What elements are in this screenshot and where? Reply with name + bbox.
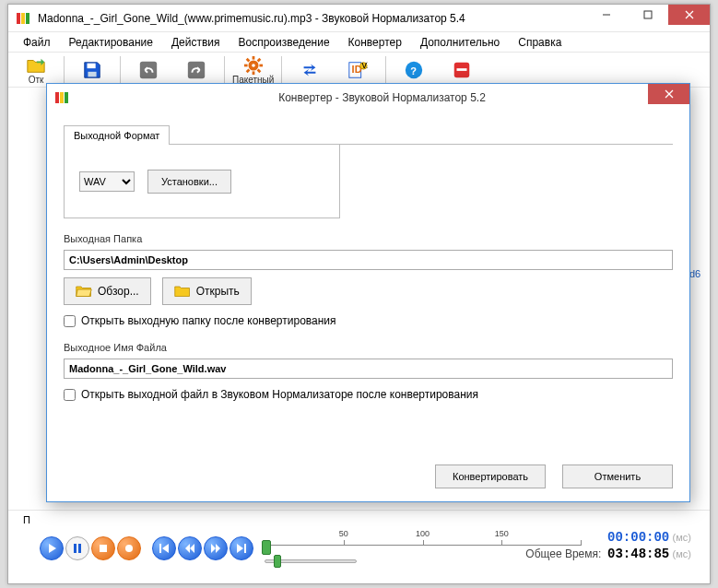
- browse-button[interactable]: Обзор...: [64, 277, 151, 305]
- rewind-button[interactable]: [178, 536, 202, 560]
- tb-undo[interactable]: [124, 53, 172, 87]
- separator: [385, 56, 386, 84]
- svg-rect-7: [88, 63, 96, 68]
- separator: [224, 56, 225, 84]
- open-file-after-checkbox[interactable]: [64, 389, 76, 401]
- menu-file[interactable]: Файл: [14, 33, 60, 52]
- svg-rect-33: [159, 544, 161, 553]
- maximize-button[interactable]: [627, 5, 668, 25]
- skip-end-button[interactable]: [230, 536, 253, 560]
- batch-gear-icon: [243, 55, 264, 76]
- tab-output-format[interactable]: Выходной Формат: [64, 125, 170, 145]
- svg-rect-34: [244, 544, 246, 553]
- stop-button[interactable]: [91, 536, 115, 560]
- svg-rect-0: [17, 13, 20, 24]
- redo-icon: [186, 60, 206, 80]
- open-file-after-check[interactable]: Открыть выходной файл в Звуковом Нормали…: [64, 388, 673, 401]
- svg-text:?: ?: [411, 65, 418, 76]
- svg-rect-28: [457, 68, 467, 71]
- skip-start-button[interactable]: [152, 536, 176, 560]
- main-titlebar[interactable]: Madonna_-_Girl_Gone_Wild_(www.primemusic…: [8, 5, 710, 32]
- svg-rect-8: [88, 71, 96, 76]
- open-folder-after-check[interactable]: Открыть выходную папку после конвертиров…: [64, 314, 673, 327]
- tb-id3[interactable]: IDv2: [334, 53, 382, 87]
- app-icon: [54, 90, 69, 105]
- tb-convert[interactable]: [286, 53, 334, 87]
- convert-icon: [300, 60, 320, 80]
- time-readout: 00:00:00 (мс) Общее Время: 03:48:85 (мс): [525, 529, 691, 562]
- menu-playback[interactable]: Воспроизведение: [230, 33, 339, 52]
- svg-rect-35: [55, 92, 59, 103]
- ruler-tick-150: 150: [495, 529, 509, 538]
- output-folder-input[interactable]: [64, 250, 673, 270]
- total-time: 03:48:85: [607, 547, 669, 561]
- svg-rect-29: [74, 544, 77, 553]
- ruler-tick-100: 100: [416, 529, 430, 538]
- menu-actions[interactable]: Действия: [162, 33, 230, 52]
- forward-button[interactable]: [204, 536, 228, 560]
- output-folder-label: Выходная Папка: [64, 233, 673, 244]
- player-panel: П 50 100 150 00:00:00 (мс) Общ: [8, 510, 710, 583]
- tab-strip: Выходной Формат: [64, 124, 673, 145]
- current-time: 00:00:00: [607, 530, 669, 545]
- output-filename-input[interactable]: [64, 359, 673, 379]
- converter-dialog: Конвертер - Звуковой Нормализатор 5.2 Вы…: [46, 83, 690, 502]
- player-p-label: П: [23, 514, 30, 525]
- tb-open[interactable]: Отк: [12, 53, 60, 87]
- open-folder-button[interactable]: Открыть: [162, 277, 252, 305]
- open-label: Открыть: [196, 285, 240, 298]
- record-button[interactable]: [117, 536, 141, 560]
- svg-line-19: [257, 58, 260, 61]
- format-select[interactable]: WAV: [79, 171, 135, 192]
- output-filename-group: Выходное Имя Файла Открыть выходной файл…: [64, 342, 673, 401]
- ruler-tick-50: 50: [339, 529, 348, 538]
- svg-point-20: [252, 64, 255, 67]
- svg-rect-31: [100, 545, 107, 552]
- total-time-label: Общее Время:: [525, 547, 601, 560]
- menu-advanced[interactable]: Дополнительно: [411, 33, 509, 52]
- dialog-body: Выходной Формат WAV Установки... Выходна…: [47, 112, 689, 414]
- dialog-button-row: Конвертировать Отменить: [435, 465, 673, 488]
- tb-batch[interactable]: Пакетный: [229, 53, 277, 87]
- tb-redo[interactable]: [172, 53, 220, 87]
- position-marker[interactable]: [262, 540, 271, 555]
- svg-text:v2: v2: [362, 60, 368, 70]
- tb-open-label: Отк: [29, 75, 44, 85]
- player-buttons: [40, 536, 255, 560]
- tb-save[interactable]: [68, 53, 116, 87]
- open-folder-after-label: Открыть выходную папку после конвертиров…: [81, 314, 336, 327]
- slider-thumb[interactable]: [274, 555, 281, 568]
- dialog-titlebar[interactable]: Конвертер - Звуковой Нормализатор 5.2: [47, 84, 689, 112]
- menu-converter[interactable]: Конвертер: [339, 33, 411, 52]
- cancel-button[interactable]: Отменить: [562, 465, 673, 488]
- volume-slider[interactable]: [265, 555, 357, 570]
- tb-exit[interactable]: [438, 53, 486, 87]
- svg-line-17: [257, 69, 260, 72]
- separator: [64, 56, 65, 84]
- open-folder-icon: [26, 55, 46, 76]
- folder-icon: [174, 284, 191, 299]
- main-window-title: Madonna_-_Girl_Gone_Wild_(www.primemusic…: [38, 12, 585, 25]
- close-button[interactable]: [668, 5, 710, 25]
- svg-rect-2: [26, 13, 29, 24]
- settings-button[interactable]: Установки...: [147, 170, 231, 194]
- output-folder-group: Выходная Папка Обзор... Открыть Открыть …: [64, 233, 673, 327]
- dialog-title: Конвертер - Звуковой Нормализатор 5.2: [75, 91, 689, 104]
- tab-panel: WAV Установки...: [64, 145, 340, 218]
- pause-button[interactable]: [65, 536, 89, 560]
- dialog-close-button[interactable]: [648, 84, 689, 104]
- play-button[interactable]: [40, 536, 64, 560]
- open-folder-after-checkbox[interactable]: [64, 315, 76, 327]
- convert-button[interactable]: Конвертировать: [435, 465, 546, 488]
- menu-edit[interactable]: Редактирование: [60, 33, 162, 52]
- svg-line-18: [246, 69, 249, 72]
- minimize-button[interactable]: [585, 5, 627, 25]
- folder-open-icon: [76, 284, 92, 299]
- separator: [120, 56, 121, 84]
- open-file-after-label: Открыть выходной файл в Звуковом Нормали…: [81, 388, 478, 401]
- output-filename-label: Выходное Имя Файла: [64, 342, 673, 353]
- menu-help[interactable]: Справка: [509, 33, 571, 52]
- svg-rect-30: [78, 544, 81, 553]
- save-icon: [82, 60, 102, 80]
- tb-help[interactable]: ?: [390, 53, 438, 87]
